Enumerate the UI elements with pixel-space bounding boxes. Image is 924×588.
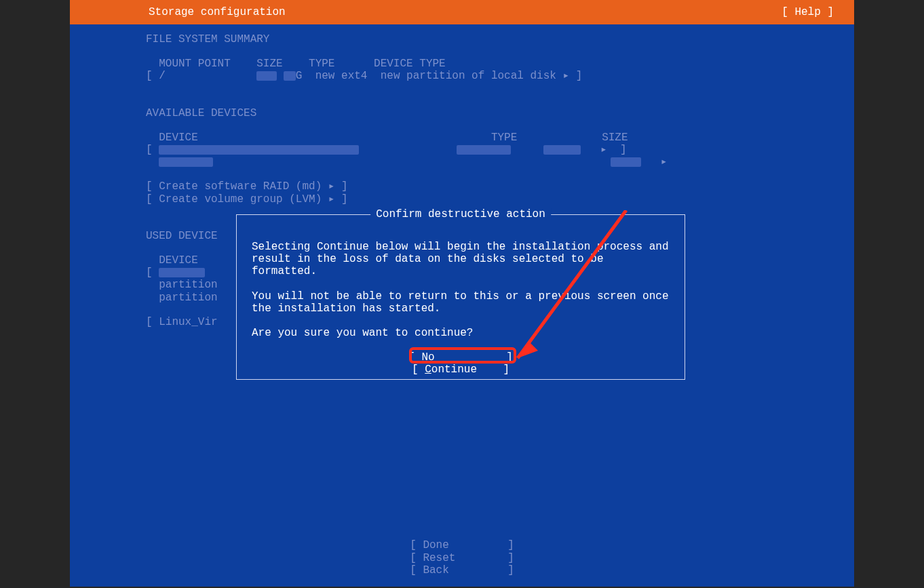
- dialog-title: Confirm destructive action: [370, 208, 551, 220]
- avail-row-1[interactable]: [ ▸ ]: [146, 144, 854, 156]
- dialog-buttons: [ No ] [ Continue ]: [252, 351, 670, 376]
- fs-columns: MOUNT POINT SIZE TYPE DEVICE TYPE: [146, 58, 854, 70]
- done-button[interactable]: [ Done ]: [410, 539, 514, 551]
- redacted-device: [159, 157, 213, 167]
- installer-screen: Storage configuration [ Help ] FILE SYST…: [70, 0, 854, 587]
- dialog-para-3: Are you sure you want to continue?: [252, 327, 670, 339]
- chevron-right-icon: ▸: [661, 156, 668, 168]
- page-title: Storage configuration: [149, 6, 286, 18]
- dialog-para-1: Selecting Continue below will begin the …: [252, 241, 670, 278]
- redacted-size: [284, 71, 296, 81]
- redacted-size: [543, 145, 581, 155]
- dialog-para-2: You will not be able to return to this o…: [252, 290, 670, 315]
- create-lvm-button[interactable]: [ Create volume group (LVM) ▸ ]: [146, 193, 854, 205]
- redacted-device: [159, 145, 359, 155]
- dialog-body: Selecting Continue below will begin the …: [237, 215, 685, 376]
- redacted-type: [457, 145, 511, 155]
- back-button[interactable]: [ Back ]: [410, 564, 514, 576]
- chevron-right-icon: ▸: [600, 144, 607, 156]
- help-button[interactable]: [ Help ]: [782, 6, 834, 18]
- redacted-device: [159, 268, 205, 277]
- create-raid-button[interactable]: [ Create software RAID (md) ▸ ]: [146, 180, 854, 193]
- confirm-destructive-dialog: Confirm destructive action Selecting Con…: [236, 214, 685, 380]
- redacted-size: [611, 157, 641, 167]
- continue-button[interactable]: [ Continue ]: [412, 364, 509, 376]
- redacted-size: [256, 71, 277, 81]
- section-available-devices: AVAILABLE DEVICES: [146, 107, 854, 119]
- avail-row-2[interactable]: ▸: [146, 156, 854, 168]
- chevron-right-icon: ▸: [563, 70, 570, 82]
- fs-row[interactable]: [ / G new ext4 new partition of local di…: [146, 70, 854, 82]
- avail-columns: DEVICE TYPE SIZE: [146, 132, 854, 144]
- reset-button[interactable]: [ Reset ]: [410, 552, 514, 564]
- section-file-system-summary: FILE SYSTEM SUMMARY: [146, 33, 854, 45]
- header-bar: Storage configuration [ Help ]: [70, 0, 854, 24]
- no-button[interactable]: [ No ]: [408, 351, 513, 364]
- footer-buttons: [ Done ] [ Reset ] [ Back ]: [410, 539, 514, 576]
